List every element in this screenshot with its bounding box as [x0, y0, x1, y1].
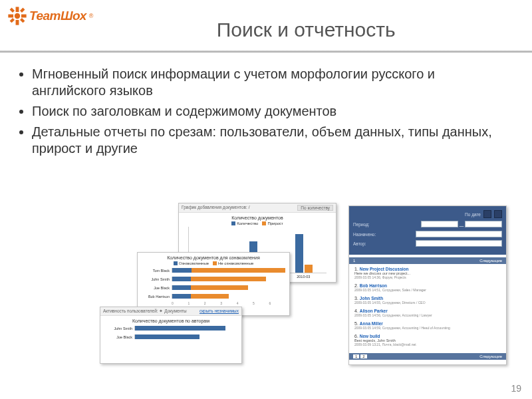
page-current: 1: [353, 259, 355, 263]
svg-rect-4: [22, 15, 26, 17]
next-link-bottom[interactable]: Следующие: [479, 354, 502, 358]
page-1[interactable]: 1: [353, 354, 359, 358]
svg-point-0: [15, 13, 20, 19]
panel2-legend: Ознакомленные Не ознакомленные: [142, 261, 285, 265]
search-icon[interactable]: [494, 210, 502, 218]
svg-rect-7: [21, 9, 23, 11]
screenshots-collage: График добавления документов: / По колич…: [100, 203, 519, 376]
period-to[interactable]: [465, 221, 502, 227]
panel1-legend: Количество Прирост: [183, 221, 332, 225]
result-item[interactable]: 4. Alison Parker2009.03.05 14:56, Сотруд…: [354, 309, 501, 317]
bullet-list: Мгновенный поиск информации с учетом мор…: [0, 53, 532, 157]
search-header: По дате Период: — Назначено: Автор:: [349, 206, 506, 255]
result-item[interactable]: 6. New buildBest regards, John Smith2009…: [354, 334, 501, 346]
panel1-chart-title: Количество документов: [183, 215, 332, 220]
next-link[interactable]: Следующие: [479, 259, 502, 263]
panel3-title: Активность пользователей: ✦ Документы: [103, 309, 187, 314]
svg-rect-5: [11, 9, 13, 11]
result-list: 1. New Project DiscussionHere we discuss…: [349, 264, 506, 353]
result-item[interactable]: 3. John Smith2009.03.05 14:55, Сотрудник…: [354, 296, 501, 305]
logo-icon: [8, 7, 27, 25]
panel3-link[interactable]: скрыть незначимых: [200, 309, 239, 314]
panel-user-activity: Активность пользователей: ✦ Документы ск…: [100, 307, 242, 364]
panel2-chart-title: Количество документов для ознакомления: [142, 255, 285, 260]
calendar-icon[interactable]: [483, 210, 491, 218]
result-item[interactable]: 1. New Project DiscussionHere we discuss…: [354, 267, 501, 279]
period-from[interactable]: [421, 221, 458, 227]
author-input[interactable]: [416, 240, 502, 247]
assigned-label: Назначено:: [353, 232, 376, 237]
logo-text: TeamШох: [29, 9, 86, 23]
assigned-input[interactable]: [416, 231, 502, 237]
author-label: Автор:: [353, 241, 366, 246]
slide-number: 19: [511, 383, 521, 394]
result-item[interactable]: 2. Bob Harrison2009.03.05 14:51, Сотрудн…: [354, 283, 501, 292]
bullet-item: Поиск по заголовкам и содержимому докуме…: [32, 103, 508, 120]
svg-rect-6: [21, 19, 23, 21]
result-item[interactable]: 5. Anna Miller2009.03.05 14:59, Сотрудни…: [354, 321, 501, 330]
panel3-chart-title: Количество документов по авторам: [104, 319, 237, 323]
page-2[interactable]: 2: [360, 354, 366, 358]
svg-rect-1: [17, 7, 19, 11]
svg-rect-3: [9, 15, 13, 17]
period-label: Период:: [353, 222, 370, 227]
bullet-item: Детальные отчеты по срезам: пользователи…: [32, 124, 508, 157]
panel1-tab[interactable]: По количеству: [297, 205, 333, 211]
slide-title: Поиск и отчетность: [93, 7, 519, 41]
panel-search-results: По дате Период: — Назначено: Автор: 1Сле…: [348, 205, 507, 365]
bullet-item: Мгновенный поиск информации с учетом мор…: [32, 66, 508, 99]
panel1-title: График добавления документов: /: [182, 205, 249, 211]
trademark: ®: [89, 13, 94, 19]
logo: TeamШох ®: [8, 7, 93, 25]
sort-label: По дате: [465, 212, 481, 217]
svg-rect-2: [17, 21, 19, 25]
svg-rect-8: [11, 19, 13, 21]
